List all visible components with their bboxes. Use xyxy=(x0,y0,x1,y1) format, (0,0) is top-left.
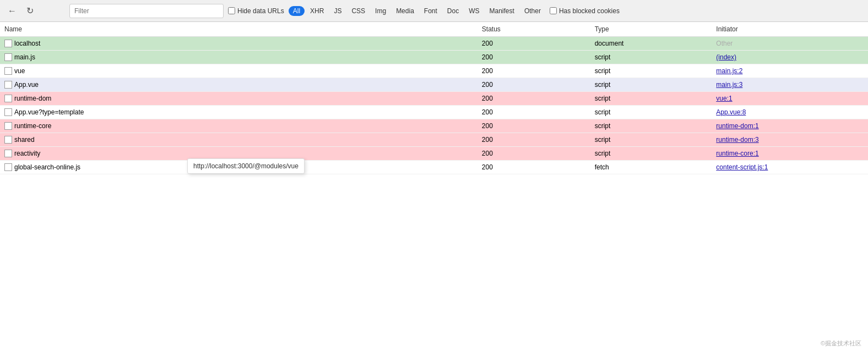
type-cell: fetch xyxy=(590,161,712,174)
col-header-name: Name xyxy=(0,22,478,37)
table-row[interactable]: main.js200script(index) xyxy=(0,51,868,64)
table-row[interactable]: App.vue?type=template200scriptApp.vue:8 xyxy=(0,106,868,119)
name-cell: main.js xyxy=(0,51,478,64)
table-row[interactable]: localhost200documentOther xyxy=(0,37,868,51)
toolbar: ← ↻ Hide data URLs All XHR JS CSS Img Me… xyxy=(0,0,868,22)
status-cell: 200 xyxy=(478,147,590,161)
tab-css[interactable]: CSS xyxy=(347,6,370,16)
status-cell: 200 xyxy=(478,133,590,147)
tab-font[interactable]: Font xyxy=(420,6,442,16)
table-row[interactable]: runtime-dom200scriptvue:1 xyxy=(0,92,868,106)
type-cell: script xyxy=(590,78,712,92)
initiator-link[interactable]: content-script.js:1 xyxy=(716,163,768,171)
name-cell: localhost xyxy=(0,37,478,51)
network-table: Name Status Type Initiator localhost200d… xyxy=(0,22,868,174)
tab-xhr[interactable]: XHR xyxy=(306,6,328,16)
hide-data-urls-label[interactable]: Hide data URLs xyxy=(228,7,284,15)
initiator-link[interactable]: App.vue:8 xyxy=(716,108,746,116)
status-cell: 200 xyxy=(478,78,590,92)
initiator-link[interactable]: runtime-dom:1 xyxy=(716,122,758,130)
initiator-cell[interactable]: content-script.js:1 xyxy=(712,161,868,174)
type-cell: script xyxy=(590,51,712,64)
table-row[interactable]: runtime-core200scriptruntime-dom:1 xyxy=(0,119,868,133)
tab-img[interactable]: Img xyxy=(371,6,390,16)
name-cell: vue xyxy=(0,64,478,78)
file-name: vue xyxy=(14,67,25,75)
file-icon xyxy=(4,150,12,157)
file-name: App.vue xyxy=(14,81,39,89)
table-row[interactable]: shared200scriptruntime-dom:3 xyxy=(0,133,868,147)
filter-tabs: All XHR JS CSS Img Media Font Doc WS Man… xyxy=(289,6,545,16)
file-icon xyxy=(4,53,12,61)
col-header-status: Status xyxy=(478,22,590,37)
back-button[interactable]: ← xyxy=(4,3,20,19)
type-cell: script xyxy=(590,119,712,133)
type-cell: script xyxy=(590,64,712,78)
initiator-link[interactable]: runtime-core:1 xyxy=(716,150,758,157)
file-name: reactivity xyxy=(14,150,40,157)
table-body: localhost200documentOthermain.js200scrip… xyxy=(0,37,868,174)
file-icon xyxy=(4,163,12,171)
tab-manifest[interactable]: Manifest xyxy=(485,6,519,16)
initiator-link[interactable]: runtime-dom:3 xyxy=(716,136,758,144)
table-row[interactable]: vue200scriptmain.js:2 xyxy=(0,64,868,78)
type-cell: script xyxy=(590,106,712,119)
file-name: global-search-online.js xyxy=(14,163,80,171)
tab-ws[interactable]: WS xyxy=(464,6,484,16)
file-icon xyxy=(4,108,12,116)
watermark: ©掘金技术社区 xyxy=(821,339,861,348)
initiator-cell[interactable]: vue:1 xyxy=(712,92,868,106)
status-cell: 200 xyxy=(478,92,590,106)
initiator-cell[interactable]: main.js:3 xyxy=(712,78,868,92)
status-cell: 200 xyxy=(478,37,590,51)
table-row[interactable]: global-search-online.js200fetchcontent-s… xyxy=(0,161,868,174)
type-cell: script xyxy=(590,133,712,147)
status-cell: 200 xyxy=(478,119,590,133)
network-content: Name Status Type Initiator localhost200d… xyxy=(0,22,868,352)
hide-data-urls-checkbox[interactable] xyxy=(228,7,235,14)
name-cell: App.vue xyxy=(0,78,478,92)
tab-media[interactable]: Media xyxy=(392,6,419,16)
table-row[interactable]: reactivity200scriptruntime-core:1 xyxy=(0,147,868,161)
initiator-text: Other xyxy=(716,40,733,47)
col-header-initiator: Initiator xyxy=(712,22,868,37)
refresh-button[interactable]: ↻ xyxy=(22,3,37,19)
name-cell: reactivity xyxy=(0,147,478,161)
name-cell: global-search-online.js xyxy=(0,161,478,174)
initiator-link[interactable]: main.js:3 xyxy=(716,81,742,89)
type-cell: script xyxy=(590,147,712,161)
initiator-cell[interactable]: main.js:2 xyxy=(712,64,868,78)
name-cell: shared xyxy=(0,133,478,147)
file-name: localhost xyxy=(14,40,40,47)
filter-input[interactable] xyxy=(69,4,224,18)
file-icon xyxy=(4,122,12,130)
initiator-link[interactable]: main.js:2 xyxy=(716,67,742,75)
initiator-cell[interactable]: runtime-core:1 xyxy=(712,147,868,161)
has-blocked-cookies-label[interactable]: Has blocked cookies xyxy=(550,7,620,15)
tab-doc[interactable]: Doc xyxy=(443,6,463,16)
initiator-cell[interactable]: runtime-dom:1 xyxy=(712,119,868,133)
initiator-cell[interactable]: App.vue:8 xyxy=(712,106,868,119)
col-header-type: Type xyxy=(590,22,712,37)
status-cell: 200 xyxy=(478,64,590,78)
file-icon xyxy=(4,81,12,89)
tab-js[interactable]: JS xyxy=(329,6,346,16)
has-blocked-cookies-checkbox[interactable] xyxy=(550,7,557,14)
initiator-cell[interactable]: (index) xyxy=(712,51,868,64)
type-cell: script xyxy=(590,92,712,106)
type-cell: document xyxy=(590,37,712,51)
initiator-link[interactable]: vue:1 xyxy=(716,95,732,102)
status-cell: 200 xyxy=(478,161,590,174)
table-row[interactable]: App.vue200scriptmain.js:3 xyxy=(0,78,868,92)
initiator-cell: Other xyxy=(712,37,868,51)
file-name: runtime-dom xyxy=(14,95,51,102)
tab-all[interactable]: All xyxy=(289,6,305,16)
file-icon xyxy=(4,67,12,75)
file-name: shared xyxy=(14,136,35,144)
initiator-link[interactable]: (index) xyxy=(716,53,736,61)
name-cell: runtime-core xyxy=(0,119,478,133)
initiator-cell[interactable]: runtime-dom:3 xyxy=(712,133,868,147)
name-cell: App.vue?type=template xyxy=(0,106,478,119)
tab-other[interactable]: Other xyxy=(520,6,545,16)
status-cell: 200 xyxy=(478,106,590,119)
